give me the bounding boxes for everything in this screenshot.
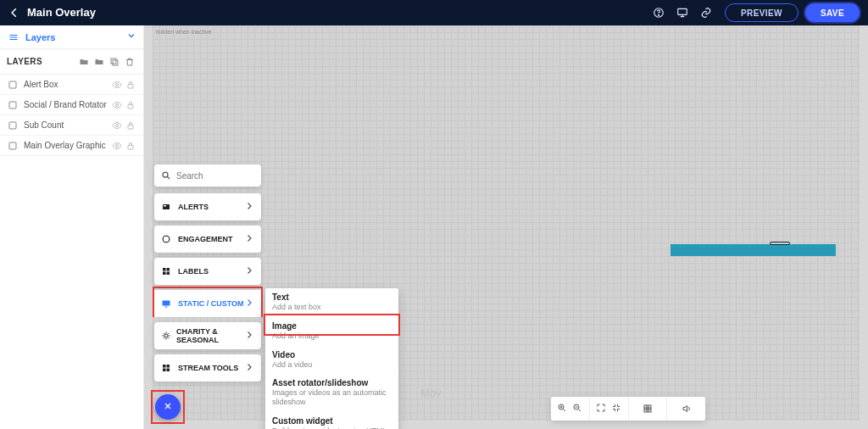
category-label: ALERTS [178, 203, 209, 211]
svg-rect-22 [164, 205, 166, 207]
category-static-custom[interactable]: STATIC / CUSTOM [154, 290, 261, 317]
category-engagement[interactable]: ENGAGEMENT [154, 226, 261, 253]
eye-icon[interactable] [111, 140, 123, 152]
lock-icon[interactable] [125, 140, 136, 152]
expand-icon[interactable] [596, 403, 606, 415]
svg-rect-33 [163, 369, 166, 372]
canvas-hint: hidden when inactive [156, 29, 211, 35]
layers-header-label: LAYERS [7, 57, 42, 66]
link-icon[interactable] [696, 3, 716, 23]
submenu-text[interactable]: Text Add a text box [265, 288, 398, 317]
svg-rect-32 [167, 365, 170, 368]
layer-label: Alert Box [24, 80, 109, 89]
category-labels[interactable]: LABELS [154, 258, 261, 285]
chevron-right-icon [244, 233, 254, 245]
category-label: ENGAGEMENT [178, 235, 233, 243]
widget-icon [7, 120, 19, 131]
svg-point-1 [659, 14, 659, 15]
widget-icon [7, 99, 19, 111]
svg-rect-27 [167, 272, 170, 276]
widget-search[interactable] [154, 164, 261, 187]
canvas-ghost-label: Mov [420, 387, 442, 399]
layers-section-label: Layers [25, 32, 55, 42]
svg-rect-25 [167, 268, 170, 271]
svg-rect-21 [163, 204, 170, 209]
layer-row[interactable]: Sub Count [0, 115, 143, 136]
copy-icon[interactable] [108, 55, 121, 69]
layers-icon [7, 32, 20, 42]
category-label: CHARITY & SEASONAL [176, 327, 244, 344]
svg-point-12 [116, 124, 119, 126]
eye-icon[interactable] [111, 99, 123, 111]
close-add-widget-button[interactable] [155, 394, 181, 420]
svg-rect-5 [9, 81, 16, 88]
fit-controls [590, 397, 629, 421]
lock-icon[interactable] [125, 99, 136, 111]
collapse-icon[interactable] [611, 403, 621, 415]
tools-icon [161, 363, 173, 373]
svg-point-30 [164, 334, 168, 337]
widget-icon [7, 140, 19, 152]
charity-icon [161, 331, 171, 341]
search-icon [161, 170, 171, 181]
chevron-right-icon [244, 265, 254, 277]
layer-label: Sub Count [24, 120, 109, 130]
zoom-out-icon[interactable] [572, 403, 582, 415]
chevron-right-icon [244, 330, 254, 342]
grid-toggle[interactable] [629, 397, 668, 421]
svg-rect-34 [167, 369, 170, 372]
close-icon [163, 401, 173, 414]
preview-button[interactable]: PREVIEW [725, 3, 798, 22]
svg-rect-28 [163, 301, 170, 306]
submenu-image[interactable]: Image Add an image [265, 317, 398, 346]
chevron-right-icon [244, 362, 254, 374]
svg-rect-3 [113, 60, 118, 65]
submenu-rotator[interactable]: Asset rotator/slideshow Images or videos… [265, 374, 398, 412]
eye-icon[interactable] [111, 79, 123, 91]
svg-rect-29 [165, 307, 168, 308]
layer-row[interactable]: Alert Box [0, 75, 143, 95]
save-button[interactable]: SAVE [805, 3, 860, 22]
svg-rect-8 [9, 102, 16, 109]
category-label: LABELS [178, 267, 209, 276]
folder-add-icon[interactable] [77, 55, 91, 69]
svg-rect-13 [128, 125, 133, 129]
selected-widget[interactable] [670, 244, 836, 256]
labels-icon [161, 266, 173, 276]
trash-icon[interactable] [123, 55, 136, 69]
category-stream-tools[interactable]: STREAM TOOLS [154, 354, 261, 382]
selection-handle[interactable] [770, 242, 790, 245]
submenu-video[interactable]: Video Add a video [265, 346, 398, 375]
category-charity[interactable]: CHARITY & SEASONAL [154, 322, 261, 349]
svg-point-20 [163, 172, 168, 177]
help-icon[interactable] [648, 3, 669, 23]
folder-icon[interactable] [92, 55, 106, 69]
widget-search-input[interactable] [176, 171, 254, 181]
svg-rect-24 [163, 268, 166, 271]
category-label: STREAM TOOLS [178, 364, 238, 372]
chevron-right-icon [244, 201, 254, 213]
svg-rect-4 [111, 58, 116, 64]
category-label: STATIC / CUSTOM [178, 299, 244, 308]
eye-icon[interactable] [111, 120, 123, 131]
highlight-box [151, 390, 185, 424]
layer-row[interactable]: Main Overlay Graphic [0, 136, 143, 156]
lock-icon[interactable] [125, 79, 136, 91]
svg-rect-7 [128, 84, 133, 88]
canvas-toolbar [551, 397, 705, 421]
overlay-title[interactable]: Main Overlay [24, 0, 223, 26]
layers-section-toggle[interactable]: Layers [0, 25, 143, 49]
svg-point-6 [116, 83, 119, 86]
submenu-custom-widget[interactable]: Custom widget Build custom widgets using… [265, 412, 398, 429]
category-alerts[interactable]: ALERTS [154, 193, 261, 220]
lock-icon[interactable] [125, 120, 136, 131]
chevron-right-icon [244, 298, 254, 309]
back-button[interactable] [8, 7, 24, 19]
zoom-controls [551, 397, 590, 421]
svg-rect-19 [644, 405, 651, 412]
layer-row[interactable]: Social / Brand Rotator [0, 95, 143, 115]
zoom-in-icon[interactable] [557, 403, 567, 415]
volume-toggle[interactable] [667, 397, 705, 421]
monitor-icon[interactable] [672, 3, 693, 23]
svg-rect-2 [678, 8, 687, 14]
